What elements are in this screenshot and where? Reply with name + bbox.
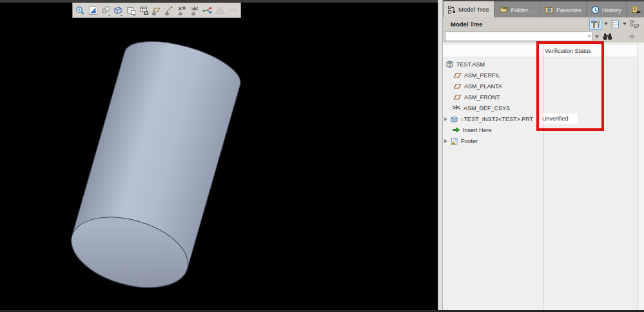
add-filter-icon[interactable] bbox=[627, 31, 638, 42]
tree-item-insert-here[interactable]: Insert Here bbox=[443, 124, 638, 135]
nav-dragger-icon[interactable] bbox=[227, 5, 239, 17]
tree-item-csys[interactable]: ASM_DEF_CSYS bbox=[443, 102, 638, 113]
graphics-toolbar bbox=[72, 3, 241, 18]
tree-item-label: ASM_FRONT bbox=[464, 94, 500, 101]
tree-item-label: Footer bbox=[461, 138, 478, 144]
footer-icon bbox=[450, 137, 458, 145]
search-tab-icon bbox=[631, 5, 641, 14]
shading-style-icon[interactable] bbox=[100, 5, 112, 17]
cylinder-model[interactable] bbox=[0, 0, 438, 312]
tree-item-label: Insert Here bbox=[463, 127, 492, 133]
tree-item-datum-plane[interactable]: ASM_PERFIL bbox=[443, 70, 638, 81]
tab-label: History bbox=[602, 6, 621, 14]
tab-favorites[interactable]: Favorites bbox=[540, 2, 586, 17]
tools-icon[interactable] bbox=[589, 19, 602, 30]
model-tree-area: Verification Status TEST.ASM ASM_PERFIL bbox=[443, 43, 644, 312]
expand-arrow-icon[interactable] bbox=[444, 139, 447, 143]
csys-icon bbox=[452, 104, 461, 112]
tab-model-tree[interactable]: Model Tree bbox=[444, 1, 494, 17]
column-header-row bbox=[443, 45, 638, 57]
history-icon bbox=[591, 6, 600, 14]
tree-filter-bar: × bbox=[443, 30, 644, 43]
navigator-panel: Model Tree Folder ... Favorites History bbox=[443, 0, 644, 312]
datum-plane-icon bbox=[453, 72, 462, 79]
tools-dropdown-caret[interactable] bbox=[604, 23, 608, 25]
panel-splitter[interactable] bbox=[438, 0, 443, 312]
favorites-icon bbox=[545, 6, 554, 14]
plane-display-icon[interactable] bbox=[151, 5, 162, 17]
datum-plane-icon bbox=[453, 93, 462, 101]
verification-status-column-header[interactable]: Verification Status bbox=[545, 45, 591, 57]
tree-item-datum-plane[interactable]: ASM_FRONT bbox=[443, 92, 638, 102]
verification-status-cell: Unverified bbox=[540, 113, 578, 124]
tree-scrollbar[interactable] bbox=[638, 43, 644, 312]
csys-display-icon[interactable] bbox=[189, 5, 200, 17]
navigator-tabs: Model Tree Folder ... Favorites History bbox=[443, 0, 644, 17]
display-list-dropdown-caret[interactable] bbox=[623, 23, 627, 25]
display-style-icon[interactable] bbox=[113, 5, 124, 17]
funnel-icon[interactable] bbox=[614, 31, 627, 42]
tree-filter-box: × bbox=[445, 32, 593, 41]
point-display-icon[interactable] bbox=[177, 5, 188, 17]
tab-label: Model Tree bbox=[458, 6, 489, 13]
instance-marker: □ bbox=[461, 117, 463, 121]
tree-item-label: ASM_PERFIL bbox=[464, 72, 500, 79]
tree-collapse-icon[interactable] bbox=[629, 19, 641, 30]
perspective-icon[interactable] bbox=[215, 5, 226, 17]
axis-display-icon[interactable] bbox=[164, 5, 175, 17]
tree-item-footer[interactable]: Footer bbox=[443, 135, 638, 146]
model-tree-icon bbox=[448, 5, 456, 14]
display-list-icon[interactable] bbox=[610, 19, 621, 30]
tree-item-label: TEST_INST2<TEST>.PRT bbox=[464, 116, 533, 122]
graphics-area[interactable] bbox=[0, 0, 438, 312]
tree-item-label: TEST.ASM bbox=[456, 61, 485, 68]
panel-title: Model Tree bbox=[451, 21, 483, 28]
binoculars-icon[interactable] bbox=[601, 31, 614, 42]
tree-item-label: ASM_DEF_CSYS bbox=[463, 105, 510, 112]
tree-item-label: ASM_PLANTA bbox=[464, 83, 502, 90]
expand-arrow-icon[interactable] bbox=[444, 117, 447, 121]
clear-filter-icon[interactable]: × bbox=[587, 32, 591, 41]
tab-search[interactable] bbox=[627, 2, 644, 17]
saved-orientations-icon[interactable] bbox=[126, 5, 137, 17]
spin-center-icon[interactable] bbox=[202, 5, 213, 17]
panel-titlebar: Model Tree bbox=[443, 17, 644, 30]
application-window: Model Tree Folder ... Favorites History bbox=[0, 0, 644, 312]
folder-icon bbox=[499, 6, 509, 14]
insert-here-icon bbox=[452, 126, 460, 133]
tab-folder-browser[interactable]: Folder ... bbox=[494, 2, 540, 17]
filter-dropdown-caret[interactable] bbox=[595, 35, 599, 38]
view-manager-icon[interactable] bbox=[138, 5, 150, 17]
refit-icon[interactable] bbox=[88, 5, 99, 17]
assembly-icon bbox=[445, 60, 454, 68]
tree-item-assembly[interactable]: TEST.ASM bbox=[443, 59, 638, 70]
zoom-in-icon[interactable] bbox=[75, 5, 86, 17]
tab-label: Folder ... bbox=[511, 6, 536, 14]
datum-plane-icon bbox=[453, 83, 462, 90]
model-tree-rows: TEST.ASM ASM_PERFIL ASM_PLANTA bbox=[443, 59, 638, 146]
tab-history[interactable]: History bbox=[587, 2, 626, 17]
part-icon bbox=[450, 115, 458, 123]
tab-label: Favorites bbox=[556, 6, 581, 14]
tree-item-datum-plane[interactable]: ASM_PLANTA bbox=[443, 81, 638, 92]
